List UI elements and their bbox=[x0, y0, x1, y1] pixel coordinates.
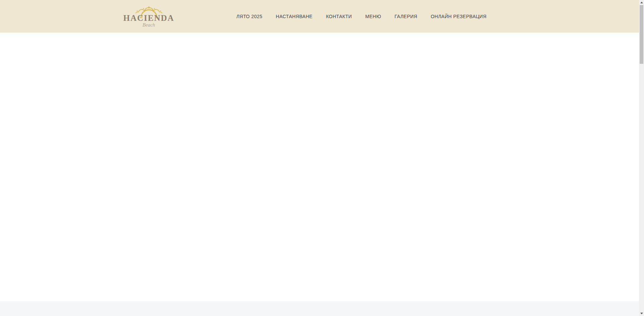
scroll-down-button[interactable] bbox=[639, 311, 644, 316]
nav-item-menu[interactable]: МЕНЮ bbox=[359, 10, 388, 22]
site-header: HACIENDA Beach ЛЯТО 2025 НАСТАНЯВАНЕ КОН… bbox=[0, 0, 639, 33]
main-nav: ЛЯТО 2025 НАСТАНЯВАНЕ КОНТАКТИ МЕНЮ ГАЛЕ… bbox=[230, 10, 516, 22]
nav-item-accommodation[interactable]: НАСТАНЯВАНЕ bbox=[269, 10, 319, 22]
page: HACIENDA Beach ЛЯТО 2025 НАСТАНЯВАНЕ КОН… bbox=[0, 0, 644, 316]
browser-viewport: HACIENDA Beach ЛЯТО 2025 НАСТАНЯВАНЕ КОН… bbox=[0, 0, 639, 316]
scroll-up-button[interactable] bbox=[639, 0, 644, 5]
main-content bbox=[0, 33, 639, 301]
logo-subtitle: Beach bbox=[143, 22, 155, 28]
arrow-up-icon bbox=[640, 2, 643, 3]
nav-item-contacts[interactable]: КОНТАКТИ bbox=[319, 10, 359, 22]
header-container: HACIENDA Beach ЛЯТО 2025 НАСТАНЯВАНЕ КОН… bbox=[123, 0, 516, 33]
nav-item-online-reservation[interactable]: ОНЛАЙН РЕЗЕРВАЦИЯ bbox=[424, 10, 493, 22]
scrollbar[interactable] bbox=[639, 0, 644, 316]
scrollbar-thumb[interactable] bbox=[640, 5, 643, 64]
logo-title: HACIENDA bbox=[123, 14, 174, 22]
nav-item-gallery[interactable]: ГАЛЕРИЯ bbox=[388, 10, 424, 22]
arrow-down-icon bbox=[640, 313, 643, 314]
logo[interactable]: HACIENDA Beach bbox=[123, 5, 174, 28]
nav-item-summer-2025[interactable]: ЛЯТО 2025 bbox=[230, 10, 269, 22]
site-footer bbox=[0, 301, 639, 316]
